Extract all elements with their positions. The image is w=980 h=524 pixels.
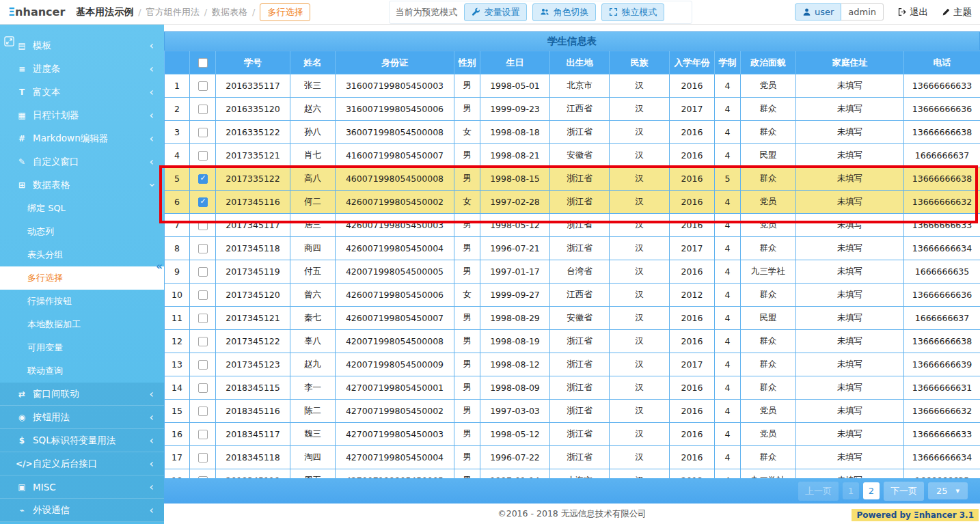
row-checkbox[interactable] — [198, 81, 208, 91]
app-logo[interactable]: Ξnhancer — [8, 5, 65, 18]
page-number-button[interactable]: 2 — [863, 482, 880, 499]
table-row[interactable]: 162018345117魏三427007199805450003男1998-05… — [165, 423, 980, 446]
logout-icon — [897, 8, 907, 16]
sidebar-item-label: Markdown编辑器 — [33, 133, 108, 145]
table-row[interactable]: 152018345116陈二427007199805450002男1997-03… — [165, 400, 980, 423]
table-row[interactable]: 182018345119周五427007199805450005男1997-01… — [165, 469, 980, 479]
next-page-button[interactable]: 下一页 — [884, 482, 924, 501]
table-row[interactable]: 62017345116何二426007199805450002女1997-02-… — [165, 191, 980, 214]
breadcrumb-item[interactable]: 官方组件用法 — [146, 6, 200, 18]
select-all-checkbox[interactable] — [198, 58, 208, 68]
sidebar-subitem[interactable]: 行操作按钮 — [0, 290, 164, 313]
table-cell: 秦七 — [290, 307, 336, 330]
row-checkbox[interactable] — [198, 267, 208, 277]
sidebar-item[interactable]: ▦日程计划器‹ — [0, 104, 164, 127]
table-row[interactable]: 122017345122辜八420071998054500008男1998-08… — [165, 330, 980, 353]
sidebar-item[interactable]: $SQL标识符变量用法‹ — [0, 429, 164, 452]
breadcrumb-item[interactable]: 多行选择 — [260, 3, 310, 21]
table-row[interactable]: 142018345115李一427007199805450001男1998-08… — [165, 376, 980, 400]
sidebar-item[interactable]: ◉按钮用法‹ — [0, 406, 164, 429]
table-cell: 2018345118 — [216, 446, 290, 469]
row-checkbox[interactable] — [198, 314, 208, 323]
row-checkbox[interactable] — [198, 197, 208, 207]
sidebar-subitem[interactable]: 联动查询 — [0, 359, 164, 383]
breadcrumb-item[interactable]: 数据表格 — [212, 6, 247, 18]
table-row[interactable]: 22016335120赵六316007199805450006男1999-09-… — [165, 98, 980, 121]
table-cell: 2017345116 — [216, 191, 290, 214]
sidebar-subitem[interactable]: 本地数据加工 — [0, 313, 164, 336]
table-cell: 付五 — [290, 260, 336, 284]
table-cell: 420071998054500005 — [336, 260, 454, 284]
table-cell: 男 — [454, 376, 480, 400]
sidebar-item[interactable]: #Markdown编辑器‹ — [0, 127, 164, 150]
row-checkbox[interactable] — [198, 383, 208, 393]
breadcrumb-separator: / — [204, 7, 207, 17]
row-checkbox[interactable] — [198, 290, 208, 300]
table-row[interactable]: 12016335117张三316007199805450003男1998-05-… — [165, 74, 980, 98]
table-row[interactable]: 112017345121秦七426007199805450007男1998-08… — [165, 307, 980, 330]
table-row[interactable]: 32016335122孙八360071998054500008女1998-08-… — [165, 121, 980, 144]
row-checkbox[interactable] — [198, 406, 208, 416]
sidebar-subitem[interactable]: 可用变量 — [0, 336, 164, 359]
mode-label: 当前为预览模式 — [395, 6, 457, 18]
table-cell: 未填写 — [796, 191, 904, 214]
sidebar-item[interactable]: ⇄窗口间联动‹ — [0, 383, 164, 406]
row-checkbox[interactable] — [198, 174, 208, 184]
sidebar-subitem[interactable]: 多行选择 — [0, 266, 164, 290]
button-label: 独立模式 — [621, 6, 657, 18]
table-row[interactable]: 102017345120曾六426007199805450006女1999-09… — [165, 284, 980, 307]
standalone-mode-button[interactable]: 独立模式 — [601, 3, 664, 21]
row-checkbox[interactable] — [198, 244, 208, 253]
table-row[interactable]: 132017345123赵九420071998054500009男1998-08… — [165, 353, 980, 376]
table-cell: 浙江省 — [550, 121, 610, 144]
row-checkbox[interactable] — [198, 128, 208, 137]
table-cell: 2017 — [670, 98, 715, 121]
sidebar-item[interactable]: ≡进度条‹ — [0, 57, 164, 81]
table-cell: 4 — [715, 353, 741, 376]
sidebar-subitem[interactable]: 绑定 SQL — [0, 197, 164, 220]
sidebar-item[interactable]: T富文本‹ — [0, 81, 164, 104]
table-row[interactable]: 72017345117居三426007199805450003男1998-05-… — [165, 214, 980, 237]
table-row[interactable]: 52017335122高八460071998054500008男1998-08-… — [165, 167, 980, 191]
table-cell: 2016 — [670, 376, 715, 400]
row-checkbox[interactable] — [198, 105, 208, 114]
row-checkbox[interactable] — [198, 337, 208, 346]
row-number: 11 — [165, 307, 190, 330]
table-row[interactable]: 42017335121肖七416007199805450007男1998-08-… — [165, 144, 980, 167]
sidebar-item[interactable]: </>自定义后台接口‹ — [0, 452, 164, 475]
logo-mark-icon: Ξ — [8, 5, 15, 18]
row-checkbox[interactable] — [198, 221, 208, 230]
table-cell: 九三学社 — [741, 260, 796, 284]
sidebar-item[interactable]: ⊞数据表格‹ — [0, 174, 164, 197]
variable-settings-button[interactable]: 变量设置 — [464, 3, 527, 21]
sidebar-collapse-handle[interactable]: « — [156, 260, 163, 273]
user-button[interactable]: user — [795, 3, 841, 20]
theme-button[interactable]: 主题 — [942, 6, 972, 18]
sidebar-subitem[interactable]: 表头分组 — [0, 243, 164, 266]
row-checkbox[interactable] — [198, 151, 208, 161]
row-checkbox[interactable] — [198, 360, 208, 370]
sidebar-item[interactable]: ▣MISC‹ — [0, 475, 164, 499]
table-row[interactable]: 82017345118商四426007199805450004男1996-07-… — [165, 237, 980, 260]
table-cell: 男 — [454, 74, 480, 98]
prev-page-button[interactable]: 上一页 — [798, 482, 839, 501]
breadcrumb-item[interactable]: 基本用法示例 — [76, 6, 133, 18]
row-checkbox[interactable] — [198, 430, 208, 439]
table-cell: 浙江省 — [550, 446, 610, 469]
sidebar-item[interactable]: ✎自定义窗口‹ — [0, 150, 164, 174]
page-size-select[interactable]: 25 ▾ — [928, 482, 968, 499]
sidebar-item[interactable]: ▤模板‹ — [0, 34, 164, 57]
role-switch-button[interactable]: 角色切换 — [532, 3, 596, 21]
table-row[interactable]: 92017345119付五420071998054500005男1997-01-… — [165, 260, 980, 284]
admin-role-box[interactable]: admin — [841, 3, 884, 20]
page-number-button[interactable]: 1 — [843, 482, 859, 499]
table-row[interactable]: 172018345118淘四427007199805450004男1996-07… — [165, 446, 980, 469]
logout-button[interactable]: 退出 — [897, 6, 928, 18]
row-checkbox[interactable] — [198, 453, 208, 463]
sidebar-item[interactable]: ⌁外设通信‹ — [0, 499, 164, 522]
powered-by-badge[interactable]: Powered by Ξnhancer 3.1 — [852, 509, 979, 521]
table-cell: 2016 — [670, 191, 715, 214]
sidebar-subitem[interactable]: 动态列 — [0, 220, 164, 243]
table-cell: 辜八 — [290, 330, 336, 353]
row-number: 3 — [165, 121, 190, 144]
